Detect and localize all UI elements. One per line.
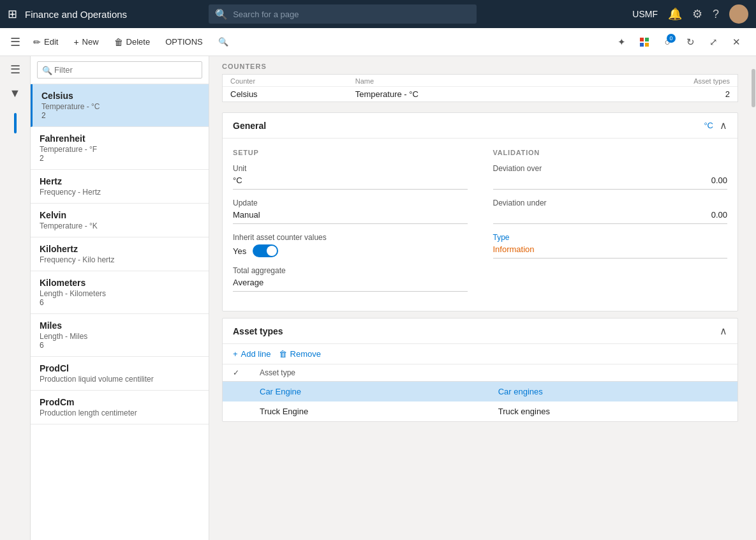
deviation-under-field: Deviation under 0.00: [493, 199, 728, 224]
search-bar[interactable]: 🔍: [209, 4, 477, 24]
add-line-button[interactable]: + Add line: [233, 349, 271, 359]
general-card: General °C ∧ SETUP Unit °C Update: [222, 112, 738, 311]
list-items: Celsius Temperature - °C 2 Fahrenheit Te…: [31, 84, 209, 540]
name-value: Temperature - °C: [355, 89, 605, 99]
inherit-field: Inherit asset counter values Yes: [233, 233, 468, 257]
org-label: USMF: [632, 9, 658, 19]
counters-section: COUNTERS Counter Name Asset types Celsiu…: [209, 56, 751, 106]
collapse-icon[interactable]: ∧: [720, 119, 727, 131]
filter-search-button[interactable]: 🔍: [212, 33, 235, 50]
app-title: Finance and Operations: [25, 9, 127, 20]
unit-value[interactable]: °C: [233, 176, 468, 190]
deviation-under-value[interactable]: 0.00: [493, 210, 728, 224]
refresh-button[interactable]: ↻: [681, 33, 700, 52]
general-card-body: SETUP Unit °C Update Manual Inherit asse…: [223, 139, 737, 311]
delete-button[interactable]: 🗑 Delete: [108, 33, 157, 51]
asset-types-col-header: Asset types: [605, 77, 730, 85]
edit-button[interactable]: ✏ Edit: [27, 33, 64, 51]
top-nav: ⊞ Finance and Operations 🔍 USMF 🔔 ⚙ ?: [0, 0, 756, 28]
expand-button[interactable]: ⤢: [704, 33, 723, 52]
table-row[interactable]: Car Engine Car engines: [223, 382, 737, 402]
list-item[interactable]: ProdCm Production length centimeter: [31, 391, 209, 424]
update-value[interactable]: Manual: [233, 210, 468, 224]
unit-label: Unit: [233, 164, 468, 173]
asset-type-col-header: Asset type: [249, 364, 488, 382]
edit-icon: ✏: [33, 37, 41, 47]
list-item[interactable]: Kilometers Length - Kilometers 6: [31, 271, 209, 314]
row-check: [223, 382, 249, 402]
type-field: Type Information: [493, 233, 728, 259]
deviation-under-label: Deviation under: [493, 199, 728, 207]
list-item[interactable]: Celsius Temperature - °C 2: [31, 84, 209, 127]
update-label: Update: [233, 199, 468, 207]
update-field: Update Manual: [233, 199, 468, 224]
filter-icon[interactable]: ▼: [10, 87, 21, 100]
personalize-button[interactable]: ✦: [612, 33, 631, 52]
list-item[interactable]: Miles Length - Miles 6: [31, 314, 209, 357]
plus-icon: +: [233, 349, 238, 359]
asset-type-cell: Car Engine: [249, 382, 488, 402]
total-aggregate-value[interactable]: Average: [233, 278, 468, 292]
list-item[interactable]: Kelvin Temperature - °K: [31, 204, 209, 237]
svg-rect-0: [640, 38, 644, 41]
avatar[interactable]: [729, 4, 748, 24]
gear-icon[interactable]: ⚙: [692, 7, 702, 21]
asset-types-title: Asset types: [233, 326, 283, 336]
inherit-yes-label: Yes: [233, 246, 246, 256]
list-item[interactable]: ProdCl Production liquid volume centilit…: [31, 357, 209, 391]
scrollbar-track[interactable]: [751, 56, 756, 540]
filter-input[interactable]: [37, 61, 202, 79]
asset-toolbar: + Add line 🗑 Remove: [223, 344, 737, 364]
asset-types-collapse-icon[interactable]: ∧: [720, 325, 727, 337]
remove-button[interactable]: 🗑 Remove: [279, 349, 321, 359]
search-icon: 🔍: [215, 8, 228, 20]
inherit-toggle[interactable]: [253, 244, 278, 257]
row-check: [223, 401, 249, 421]
top-nav-right: USMF 🔔 ⚙ ?: [632, 4, 748, 24]
help-icon[interactable]: ?: [713, 8, 719, 21]
options-button[interactable]: OPTIONS: [159, 33, 209, 50]
close-button[interactable]: ✕: [727, 33, 746, 52]
notification-badge: 0: [667, 34, 676, 43]
asset-type-name-col-header: [488, 364, 737, 382]
type-value[interactable]: Information: [493, 244, 728, 259]
table-row[interactable]: Truck Engine Truck engines: [223, 401, 737, 421]
main-layout: ☰ ▼ 🔍 Celsius Temperature - °C 2 Fahrenh…: [0, 56, 756, 540]
svg-rect-2: [640, 43, 644, 47]
general-card-header[interactable]: General °C ∧: [223, 113, 737, 139]
toolbar: ☰ ✏ Edit + New 🗑 Delete OPTIONS 🔍 ✦ ○ 0 …: [0, 28, 756, 56]
notification-button[interactable]: ○ 0: [658, 33, 677, 52]
office-button[interactable]: [635, 33, 654, 52]
hamburger-icon[interactable]: ☰: [10, 35, 20, 49]
asset-types-table: ✓ Asset type Car Engine Car engines Truc…: [223, 364, 737, 421]
inherit-label: Inherit asset counter values: [233, 233, 468, 242]
svg-rect-1: [645, 38, 649, 41]
setup-title: SETUP: [233, 149, 468, 156]
list-filter: 🔍: [31, 56, 209, 84]
filter-search-icon: 🔍: [42, 65, 52, 75]
unit-field: Unit °C: [233, 164, 468, 190]
search-input[interactable]: [233, 10, 470, 19]
counters-label: COUNTERS: [222, 63, 738, 70]
asset-type-name-cell: Truck engines: [488, 401, 737, 421]
asset-type-cell: Truck Engine: [249, 401, 488, 421]
svg-rect-3: [645, 43, 649, 47]
list-item[interactable]: Kilohertz Frequency - Kilo hertz: [31, 237, 209, 271]
total-aggregate-field: Total aggregate Average: [233, 266, 468, 292]
asset-type-name-cell: Car engines: [488, 382, 737, 402]
deviation-over-value[interactable]: 0.00: [493, 176, 728, 190]
list-item[interactable]: Fahrenheit Temperature - °F 2: [31, 127, 209, 170]
trash-icon: 🗑: [114, 37, 123, 47]
scrollbar-thumb[interactable]: [752, 69, 755, 107]
new-button[interactable]: + New: [67, 33, 105, 51]
search-icon-toolbar: 🔍: [218, 37, 228, 47]
asset-types-header[interactable]: Asset types ∧: [223, 319, 737, 344]
grid-icon[interactable]: ⊞: [8, 7, 17, 21]
list-item[interactable]: Hertz Frequency - Hertz: [31, 170, 209, 204]
asset-types-value: 2: [605, 89, 730, 99]
bell-icon[interactable]: 🔔: [668, 7, 682, 21]
plus-icon: +: [73, 37, 78, 47]
validation-title: VALIDATION: [493, 149, 728, 156]
sidebar-toggle-icon[interactable]: ☰: [10, 63, 20, 77]
name-col-header: Name: [355, 77, 605, 85]
